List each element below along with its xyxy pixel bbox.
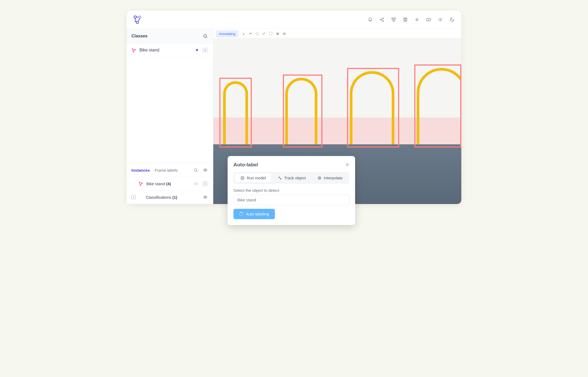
svg-rect-7 [394, 18, 395, 19]
svg-point-25 [205, 197, 206, 198]
zoom-out-icon[interactable]: ⊖ [283, 32, 286, 36]
class-count-badge: 1 [202, 47, 208, 53]
classifications-row[interactable]: + Classifications (1) [127, 190, 213, 204]
svg-point-21 [139, 182, 140, 183]
lasso-icon[interactable]: ◌ [256, 32, 259, 36]
instance-label: Bike stand (4) [146, 181, 190, 186]
bounding-box[interactable] [283, 75, 322, 148]
bell-icon[interactable] [367, 17, 373, 23]
svg-point-20 [205, 170, 206, 171]
svg-point-19 [194, 169, 197, 171]
zoom-in-icon[interactable]: ⊕ [276, 32, 279, 36]
brightness-icon[interactable] [414, 17, 420, 23]
keyboard-icon[interactable] [426, 17, 432, 23]
run-model-tab[interactable]: Run model [235, 173, 272, 183]
app-logo [133, 15, 143, 24]
add-icon[interactable]: ＋ [242, 32, 245, 36]
cut-icon[interactable]: ✂ [249, 32, 252, 36]
svg-point-24 [195, 183, 197, 184]
classes-title: Classes [131, 34, 148, 38]
spinner-icon [239, 212, 243, 216]
track-object-tab[interactable]: Track object [272, 173, 311, 183]
tab-frame-labels[interactable]: Frame labels [155, 168, 178, 172]
svg-point-1 [139, 16, 141, 18]
classifications-label: Classifications (1) [146, 195, 199, 200]
auto-label-popup: Auto-label ✕ Run model Track object Inte… [228, 156, 355, 225]
auto-labeling-button[interactable]: Auto labeling [233, 209, 275, 219]
svg-point-4 [380, 19, 381, 20]
sidebar: Classes Bike stand ✦ 1 Instances Frame l… [127, 29, 213, 204]
fit-icon[interactable]: ⛶ [269, 32, 272, 36]
polygon-icon [131, 48, 136, 53]
bounding-box[interactable] [347, 68, 399, 148]
grid-icon[interactable] [391, 17, 397, 23]
expand-icon[interactable]: + [131, 195, 136, 199]
settings-icon[interactable] [437, 17, 443, 23]
wand-icon[interactable]: ✦ [195, 47, 199, 53]
search-icon[interactable] [202, 33, 208, 39]
svg-point-11 [405, 20, 406, 21]
eye-icon[interactable] [202, 167, 208, 173]
svg-point-27 [242, 177, 242, 178]
eye-icon[interactable] [193, 181, 199, 187]
share-icon[interactable] [379, 17, 385, 23]
select-label: Select the object to detect [233, 188, 349, 193]
app-window: Classes Bike stand ✦ 1 Instances Frame l… [127, 11, 461, 204]
class-row[interactable]: Bike stand ✦ 1 [127, 44, 213, 57]
svg-point-3 [383, 18, 384, 19]
bounding-box[interactable] [219, 78, 252, 148]
svg-rect-2 [136, 21, 138, 23]
search-icon[interactable] [193, 167, 199, 173]
svg-rect-26 [241, 176, 244, 179]
save-icon[interactable] [402, 17, 408, 23]
bounding-box[interactable] [414, 64, 461, 148]
status-chip: Annotating [216, 31, 238, 37]
svg-point-31 [318, 176, 321, 179]
svg-point-5 [383, 20, 384, 21]
popup-title: Auto-label [233, 162, 258, 168]
top-bar [127, 11, 461, 29]
mode-segment: Run model Track object Interpolate [233, 172, 349, 184]
svg-rect-10 [404, 18, 406, 19]
arrows-icon[interactable]: ⤢ [262, 32, 265, 36]
instance-row[interactable]: Bike stand (4) 1 [127, 177, 213, 190]
close-icon[interactable]: ✕ [345, 162, 349, 168]
instance-tabs: Instances Frame labels [127, 163, 213, 177]
moon-icon[interactable] [449, 17, 455, 23]
svg-point-12 [416, 19, 418, 20]
svg-point-28 [243, 177, 243, 178]
svg-rect-8 [393, 20, 394, 21]
svg-rect-13 [427, 19, 431, 21]
svg-rect-6 [392, 18, 393, 19]
tab-instances[interactable]: Instances [131, 168, 150, 172]
svg-point-14 [440, 19, 441, 20]
svg-rect-0 [134, 16, 136, 18]
svg-point-15 [204, 34, 207, 37]
class-name: Bike stand [139, 48, 192, 53]
eye-icon[interactable] [202, 194, 208, 200]
instance-count-badge: 1 [202, 181, 208, 186]
polygon-icon [138, 181, 143, 186]
object-input[interactable] [233, 195, 349, 205]
top-actions [367, 17, 455, 23]
svg-point-16 [132, 49, 133, 50]
svg-point-32 [319, 177, 320, 179]
classes-header: Classes [127, 29, 213, 44]
interpolate-tab[interactable]: Interpolate [312, 173, 348, 183]
canvas-toolbar: Annotating ＋ ✂ ◌ ⤢ ⛶ ⊕ ⊖ [213, 29, 461, 39]
